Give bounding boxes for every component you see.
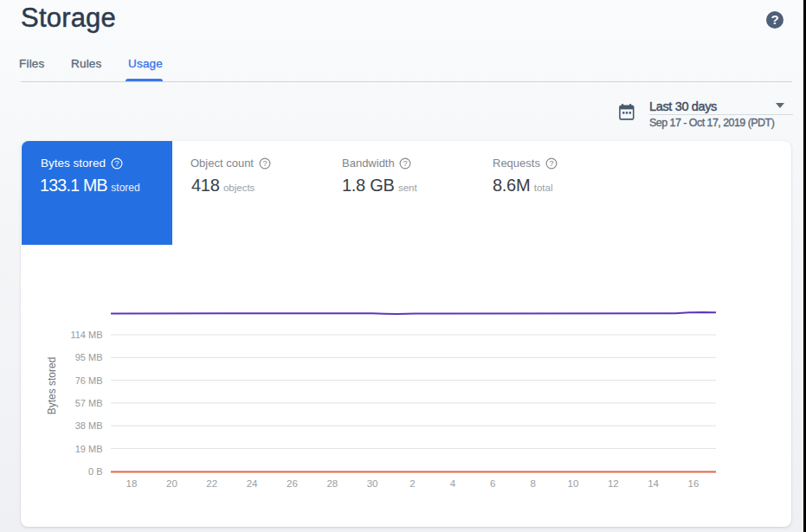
svg-text:22: 22 (206, 478, 217, 489)
svg-text:76 MB: 76 MB (75, 375, 103, 386)
svg-text:Bytes stored: Bytes stored (46, 357, 58, 415)
svg-text:0 B: 0 B (88, 466, 103, 477)
svg-text:4: 4 (450, 478, 456, 489)
svg-text:28: 28 (326, 478, 338, 489)
svg-text:24: 24 (247, 478, 258, 489)
svg-text:6: 6 (490, 478, 495, 489)
svg-text:2: 2 (409, 478, 415, 489)
svg-text:114 MB: 114 MB (70, 330, 102, 340)
svg-text:19 MB: 19 MB (75, 444, 103, 454)
svg-text:30: 30 (367, 478, 378, 489)
svg-text:10: 10 (568, 478, 579, 489)
svg-text:16: 16 (688, 478, 700, 489)
svg-text:26: 26 (287, 478, 298, 489)
svg-text:38 MB: 38 MB (75, 420, 103, 431)
svg-text:95 MB: 95 MB (75, 352, 103, 362)
svg-text:20: 20 (166, 478, 177, 489)
svg-text:8: 8 (530, 478, 535, 489)
svg-text:14: 14 (648, 478, 659, 489)
svg-text:18: 18 (126, 478, 138, 489)
svg-text:57 MB: 57 MB (75, 398, 103, 408)
svg-text:12: 12 (608, 478, 619, 489)
